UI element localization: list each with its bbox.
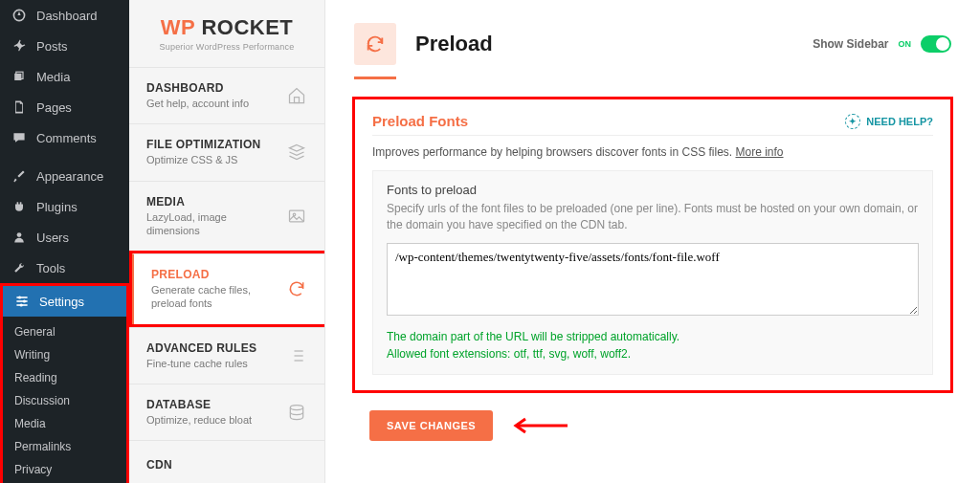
- svg-point-8: [20, 303, 23, 306]
- note-line-2: Allowed font extensions: otf, ttf, svg, …: [387, 345, 919, 362]
- fonts-textarea[interactable]: [387, 243, 919, 316]
- tab-desc: Get help, account info: [146, 97, 249, 110]
- svg-point-2: [17, 232, 22, 237]
- sidebar-item-users[interactable]: Users: [0, 222, 129, 252]
- save-changes-button[interactable]: SAVE CHANGES: [369, 410, 493, 441]
- sidebar-item-settings[interactable]: Settings: [3, 286, 126, 317]
- sidebar-item-pages[interactable]: Pages: [0, 92, 129, 122]
- section-title: Preload Fonts: [372, 113, 468, 129]
- show-sidebar-label: Show Sidebar: [813, 37, 888, 51]
- menu-label: Pages: [36, 100, 72, 115]
- tab-title: DASHBOARD: [146, 81, 249, 95]
- need-help-link[interactable]: ✦ NEED HELP?: [845, 114, 933, 129]
- layers-icon: [286, 142, 307, 163]
- tab-title: MEDIA: [146, 195, 278, 209]
- pin-icon: [10, 38, 29, 54]
- picture-icon: [286, 206, 307, 227]
- logo-wp: WP: [161, 15, 202, 39]
- tab-desc: Fine-tune cache rules: [146, 357, 256, 370]
- tab-title: FILE OPTIMIZATION: [146, 138, 261, 151]
- rocket-tab-file-opt[interactable]: FILE OPTIMIZATION Optimize CSS & JS: [129, 123, 324, 180]
- brush-icon: [10, 168, 29, 184]
- sliders-icon: [12, 294, 32, 309]
- sidebar-item-posts[interactable]: Posts: [0, 31, 129, 61]
- submenu-permalinks[interactable]: Permalinks: [3, 435, 126, 458]
- sidebar-item-appearance[interactable]: Appearance: [0, 161, 129, 191]
- submenu-reading[interactable]: Reading: [3, 366, 126, 389]
- plugin-icon: [10, 199, 29, 214]
- submenu-privacy[interactable]: Privacy: [3, 458, 126, 481]
- more-info-link[interactable]: More info: [736, 145, 784, 159]
- section-description: Improves performance by helping browsers…: [372, 135, 933, 170]
- field-note: The domain part of the URL will be strip…: [387, 328, 919, 362]
- menu-label: Settings: [39, 295, 84, 309]
- logo-rocket: ROCKET: [201, 15, 293, 39]
- comments-icon: [10, 130, 29, 145]
- page-icon: [10, 99, 29, 115]
- user-icon: [10, 230, 29, 245]
- svg-rect-9: [295, 98, 300, 103]
- wp-admin-sidebar: Dashboard Posts Media Pages Comments App…: [0, 0, 129, 483]
- menu-label: Comments: [36, 131, 97, 145]
- desc-text: Improves performance by helping browsers…: [372, 145, 736, 159]
- rocket-tab-advanced[interactable]: ADVANCED RULES Fine-tune cache rules: [129, 327, 324, 384]
- globe-icon: [286, 454, 307, 475]
- rocket-tab-dashboard[interactable]: DASHBOARD Get help, account info: [129, 67, 324, 123]
- submenu-writing[interactable]: Writing: [3, 343, 126, 366]
- rocket-tab-database[interactable]: DATABASE Optimize, reduce bloat: [129, 384, 324, 440]
- field-label: Fonts to preload: [387, 183, 919, 197]
- menu-label: Appearance: [36, 169, 103, 184]
- tab-title: PRELOAD: [151, 268, 278, 281]
- home-icon: [286, 85, 307, 106]
- database-icon: [286, 402, 307, 423]
- menu-label: Users: [36, 231, 69, 245]
- page-title: Preload: [415, 32, 493, 56]
- tab-desc: Optimize, reduce bloat: [146, 413, 252, 427]
- need-help-label: NEED HELP?: [866, 116, 933, 127]
- svg-point-6: [18, 296, 21, 298]
- dashboard-icon: [10, 8, 29, 23]
- tab-title: DATABASE: [146, 398, 252, 411]
- note-line-1: The domain part of the URL will be strip…: [387, 328, 919, 345]
- show-sidebar-toggle[interactable]: Show Sidebar ON: [813, 35, 951, 53]
- page-header: Preload Show Sidebar ON: [325, 0, 980, 77]
- submenu-discussion[interactable]: Discussion: [3, 389, 126, 412]
- sidebar-item-media[interactable]: Media: [0, 61, 129, 92]
- svg-point-18: [290, 406, 302, 410]
- wp-rocket-sidebar: WP ROCKET Superior WordPress Performance…: [129, 0, 325, 483]
- sidebar-item-comments[interactable]: Comments: [0, 122, 129, 153]
- submenu-general[interactable]: General: [3, 320, 126, 343]
- fonts-to-preload-field: Fonts to preload Specify urls of the fon…: [372, 170, 933, 375]
- tab-title: ADVANCED RULES: [146, 341, 256, 355]
- settings-submenu: General Writing Reading Discussion Media…: [3, 317, 126, 483]
- list-icon: [286, 345, 307, 366]
- arrow-annotation: [512, 416, 569, 435]
- menu-label: Posts: [36, 39, 68, 54]
- tab-title: CDN: [146, 458, 172, 472]
- media-icon: [10, 69, 29, 84]
- main-content: Preload Show Sidebar ON Preload Fonts ✦ …: [325, 0, 980, 483]
- wrench-icon: [10, 260, 29, 275]
- tab-desc: LazyLoad, image dimensions: [146, 210, 278, 238]
- submenu-media[interactable]: Media: [3, 412, 126, 435]
- reload-icon: [354, 23, 396, 65]
- preload-fonts-section: Preload Fonts ✦ NEED HELP? Improves perf…: [352, 97, 953, 393]
- menu-label: Media: [36, 70, 70, 84]
- field-help: Specify urls of the font files to be pre…: [387, 201, 919, 233]
- sidebar-item-plugins[interactable]: Plugins: [0, 191, 129, 222]
- reload-icon: [286, 278, 307, 299]
- sidebar-item-tools[interactable]: Tools: [0, 252, 129, 283]
- svg-point-7: [23, 299, 26, 302]
- toggle-state: ON: [899, 39, 912, 49]
- rocket-tab-preload[interactable]: PRELOAD Generate cache files, preload fo…: [132, 253, 324, 324]
- wp-rocket-logo: WP ROCKET Superior WordPress Performance: [129, 0, 324, 67]
- toggle-switch[interactable]: [921, 35, 951, 53]
- logo-tagline: Superior WordPress Performance: [148, 42, 305, 52]
- tab-desc: Optimize CSS & JS: [146, 153, 261, 166]
- rocket-tab-cdn[interactable]: CDN: [129, 440, 324, 483]
- rocket-tab-media[interactable]: MEDIA LazyLoad, image dimensions: [129, 181, 324, 252]
- sidebar-item-dashboard[interactable]: Dashboard: [0, 0, 129, 31]
- menu-label: Plugins: [36, 200, 78, 214]
- menu-label: Dashboard: [36, 9, 98, 23]
- menu-label: Tools: [36, 261, 65, 275]
